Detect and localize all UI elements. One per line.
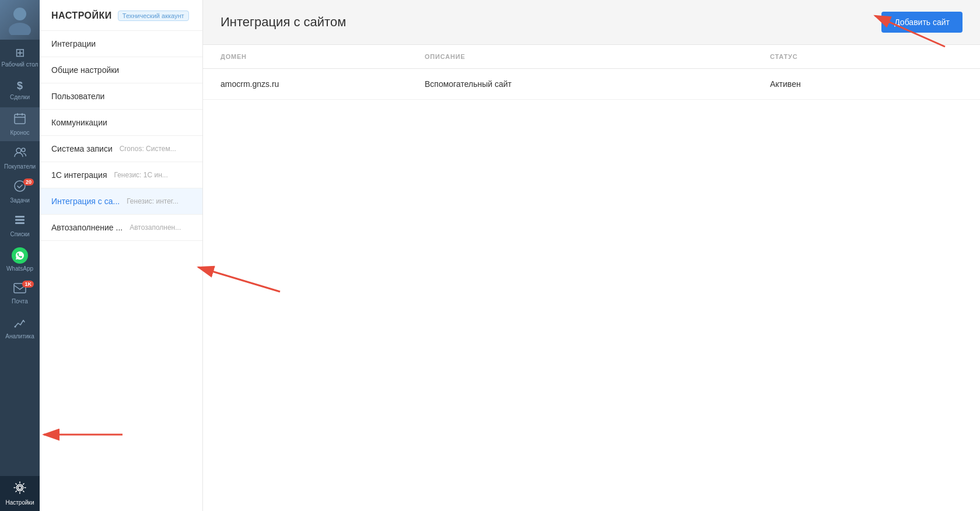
desktop-icon: ⊞: [15, 46, 25, 60]
column-description: ОПИСАНИЕ: [425, 53, 770, 60]
svg-point-13: [15, 326, 16, 328]
tasks-badge: 20: [23, 178, 34, 186]
svg-point-14: [18, 486, 22, 489]
nav-item-kronos[interactable]: Кронос: [0, 107, 40, 141]
sidebar-item-label: Общие настройки: [51, 65, 119, 75]
nav-label-mail: Почта: [12, 298, 28, 305]
nav-label-whatsapp: WhatsApp: [6, 265, 33, 272]
sidebar-header: НАСТРОЙКИ Технический аккаунт: [40, 0, 202, 31]
svg-point-15: [17, 485, 23, 491]
sidebar-badge: Технический аккаунт: [118, 10, 189, 21]
cell-description: Вспомогательный сайт: [425, 79, 770, 89]
sidebar-item-autofill[interactable]: Автозаполнение ... Автозаполнен...: [40, 215, 202, 241]
nav-label-tasks: Задачи: [10, 197, 30, 204]
nav-item-lists[interactable]: Списки: [0, 209, 40, 243]
nav-label-deals: Сделки: [10, 94, 30, 101]
main-header: Интеграция с сайтом Добавить сайт: [203, 0, 980, 45]
sidebar-item-general[interactable]: Общие настройки: [40, 57, 202, 83]
sidebar-item-label: Коммуникации: [51, 118, 107, 127]
svg-rect-11: [15, 222, 24, 224]
sidebar: НАСТРОЙКИ Технический аккаунт Интеграции…: [40, 0, 203, 511]
svg-point-0: [13, 8, 26, 20]
buyers-icon: [13, 146, 26, 162]
svg-rect-9: [15, 216, 24, 218]
nav-item-tasks[interactable]: 20 Задачи: [0, 175, 40, 209]
sidebar-item-sub: Автозаполнен...: [130, 223, 181, 232]
nav-item-mail[interactable]: 1K Почта: [0, 277, 40, 311]
column-actions: [916, 53, 963, 60]
sidebar-item-label: Интеграции: [51, 39, 96, 48]
sidebar-item-label: Система записи: [51, 144, 113, 153]
nav-item-settings[interactable]: Настройки: [0, 476, 40, 511]
svg-point-1: [9, 23, 31, 35]
sidebar-item-sub: Генезис: интег...: [127, 197, 178, 205]
nav-label-buyers: Покупатели: [4, 163, 36, 170]
avatar-image: [0, 0, 40, 40]
nav-item-desktop[interactable]: ⊞ Рабочий стол: [0, 40, 40, 74]
deals-icon: $: [17, 80, 23, 92]
nav-label-lists: Списки: [10, 231, 29, 238]
sidebar-item-1c[interactable]: 1С интеграция Генезис: 1С ин...: [40, 162, 202, 188]
sidebar-item-label: Пользователи: [51, 92, 104, 101]
nav-label-settings: Настройки: [5, 499, 34, 506]
sites-table: ДОМЕН ОПИСАНИЕ СТАТУС amocrm.gnzs.ru Всп…: [203, 45, 980, 511]
lists-icon: [13, 214, 26, 229]
nav-item-analytics[interactable]: Аналитика: [0, 311, 40, 345]
svg-point-6: [16, 148, 21, 153]
nav-item-buyers[interactable]: Покупатели: [0, 141, 40, 175]
column-status: СТАТУС: [770, 53, 916, 60]
add-site-button[interactable]: Добавить сайт: [881, 12, 963, 33]
mail-badge: 1K: [22, 281, 34, 288]
left-navigation: ⊞ Рабочий стол $ Сделки Кронос Покупате: [0, 0, 40, 511]
sidebar-item-label: Автозаполнение ...: [51, 223, 123, 232]
page-title: Интеграция с сайтом: [220, 15, 346, 30]
sidebar-item-integrations[interactable]: Интеграции: [40, 31, 202, 57]
sidebar-item-label: 1С интеграция: [51, 170, 107, 180]
nav-label-kronos: Кронос: [10, 130, 29, 136]
whatsapp-icon: [12, 247, 28, 264]
user-avatar[interactable]: [0, 0, 40, 40]
nav-item-deals[interactable]: $ Сделки: [0, 74, 40, 107]
column-domain: ДОМЕН: [220, 53, 425, 60]
sidebar-item-site[interactable]: Интеграция с са... Генезис: интег...: [40, 188, 202, 215]
sidebar-item-sub: Cronos: Систем...: [120, 145, 176, 153]
cell-status: Активен: [770, 79, 916, 89]
sidebar-item-booking[interactable]: Система записи Cronos: Систем...: [40, 136, 202, 162]
sidebar-item-communications[interactable]: Коммуникации: [40, 110, 202, 136]
svg-rect-2: [15, 114, 25, 124]
analytics-icon: [13, 316, 26, 331]
sidebar-menu: Интеграции Общие настройки Пользователи …: [40, 31, 202, 511]
kronos-icon: [13, 112, 26, 128]
table-row: amocrm.gnzs.ru Вспомогательный сайт Акти…: [203, 69, 980, 100]
nav-item-whatsapp[interactable]: WhatsApp: [0, 243, 40, 277]
cell-domain: amocrm.gnzs.ru: [220, 79, 425, 89]
sidebar-item-label: Интеграция с са...: [51, 197, 120, 206]
sidebar-item-users[interactable]: Пользователи: [40, 83, 202, 110]
sidebar-item-sub: Генезис: 1С ин...: [114, 171, 167, 179]
main-content: Интеграция с сайтом Добавить сайт ДОМЕН …: [203, 0, 980, 511]
settings-icon: [13, 481, 27, 498]
nav-label-analytics: Аналитика: [5, 333, 34, 340]
sidebar-title: НАСТРОЙКИ: [51, 10, 112, 21]
svg-rect-10: [15, 219, 24, 221]
table-header: ДОМЕН ОПИСАНИЕ СТАТУС: [203, 45, 980, 69]
svg-point-7: [22, 148, 25, 152]
nav-label-desktop: Рабочий стол: [2, 61, 38, 68]
